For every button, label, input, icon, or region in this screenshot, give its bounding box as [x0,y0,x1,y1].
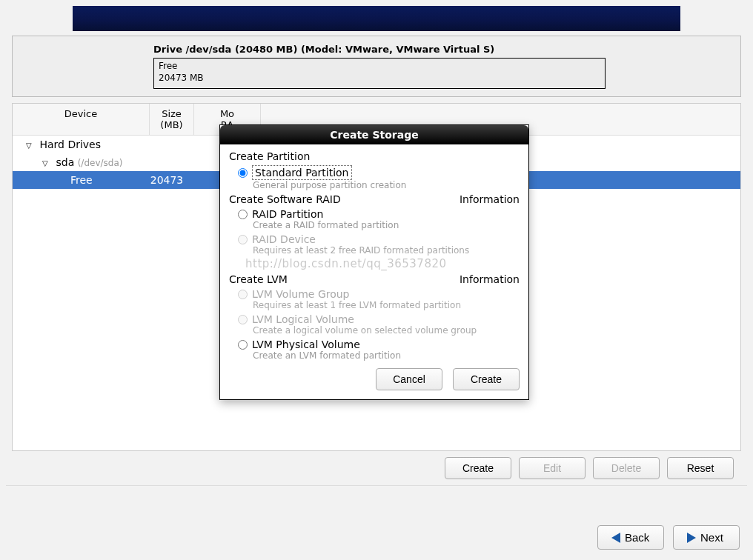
create-storage-dialog: Create Storage Create Partition Standard… [219,124,529,400]
radio-lvm-vg [238,290,248,299]
radio-raid-partition[interactable] [238,210,248,219]
tree-label: sda [56,156,74,168]
edit-button: Edit [519,457,586,479]
tree-size: 20473 [145,174,189,186]
desc-raid-partition: Create a RAID formated partition [253,220,520,230]
section-create-lvm: Create LVM [229,273,288,285]
option-standard-partition[interactable]: Standard Partition [238,165,520,180]
radio-lvm-pv[interactable] [238,340,248,350]
section-create-raid: Create Software RAID [229,193,341,205]
drive-title: Drive /dev/sda (20480 MB) (Model: VMware… [153,44,494,55]
option-lvm-vg: LVM Volume Group [238,288,520,300]
tree-label: Hard Drives [39,139,101,150]
radio-standard-partition[interactable] [238,168,248,178]
arrow-right-icon [687,533,696,543]
radio-raid-device [238,235,248,244]
dialog-create-button[interactable]: Create [453,368,520,390]
desc-lvm-lv: Create a logical volume on selected volu… [253,325,520,336]
dialog-title: Create Storage [220,125,528,144]
section-create-partition: Create Partition [229,150,520,162]
lvm-information-link[interactable]: Information [460,273,520,285]
create-button[interactable]: Create [445,457,511,479]
col-device[interactable]: Device [13,104,150,135]
partition-actions: Create Edit Delete Reset [6,451,747,486]
col-size[interactable]: Size (MB) [150,104,194,135]
wizard-nav: Back Next [597,525,740,550]
desc-lvm-vg: Requires at least 1 free LVM formated pa… [253,300,520,310]
drive-summary: Drive /dev/sda (20480 MB) (Model: VMware… [12,36,741,97]
option-lvm-pv[interactable]: LVM Physical Volume [238,339,520,350]
next-button[interactable]: Next [673,525,740,550]
radio-lvm-lv [238,315,248,324]
reset-button[interactable]: Reset [667,457,734,479]
option-raid-device: RAID Device [238,233,520,245]
arrow-left-icon [611,533,620,543]
desc-standard-partition: General purpose partition creation [253,180,520,190]
tree-label: Free [26,174,145,186]
option-raid-partition[interactable]: RAID Partition [238,208,520,220]
watermark-text: http://blog.csdn.net/qq_36537820 [245,257,520,270]
desc-raid-device: Requires at least 2 free RAID formated p… [253,245,520,256]
drive-map[interactable]: Free 20473 MB [153,58,606,89]
option-lvm-lv: LVM Logical Volume [238,313,520,325]
dialog-cancel-button[interactable]: Cancel [376,368,442,390]
drive-segment-size: 20473 MB [159,73,600,84]
expander-icon[interactable]: ▽ [26,141,33,150]
desc-lvm-pv: Create an LVM formated partition [253,350,520,361]
expander-icon[interactable]: ▽ [42,159,50,167]
header-banner [73,6,680,31]
drive-segment-label: Free [159,61,600,73]
delete-button: Delete [593,457,660,479]
tree-path: (/dev/sda) [78,158,123,168]
back-button[interactable]: Back [597,525,664,550]
raid-information-link[interactable]: Information [460,193,520,205]
